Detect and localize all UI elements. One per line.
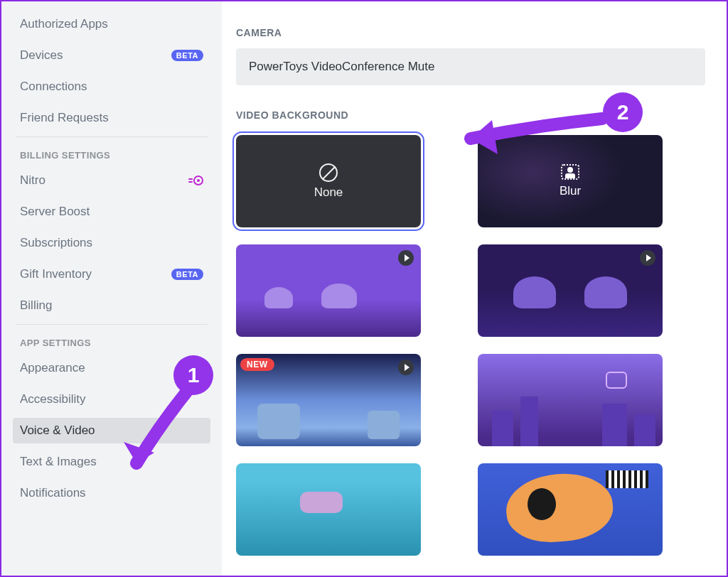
blur-label: Blur — [560, 184, 581, 198]
none-label: None — [314, 185, 343, 200]
beta-badge: BETA — [171, 50, 203, 61]
sidebar-item-devices[interactable]: DevicesBETA — [13, 43, 210, 68]
sidebar-item-friend-requests[interactable]: Friend Requests — [13, 105, 210, 131]
play-icon — [640, 250, 655, 266]
annotation-arrow-1 — [115, 385, 200, 485]
beta-badge: BETA — [171, 269, 203, 280]
annotation-arrow-2 — [442, 112, 613, 161]
billing-settings-header: BILLING SETTINGS — [13, 147, 210, 168]
blur-icon — [561, 164, 579, 180]
svg-point-1 — [197, 179, 200, 182]
bg-option-mushroom-day[interactable] — [236, 244, 421, 337]
nitro-icon — [188, 176, 203, 185]
annotation-marker-1: 1 — [173, 355, 213, 395]
divider — [16, 136, 208, 137]
camera-device-select[interactable]: PowerToys VideoConference Mute — [236, 48, 705, 85]
background-grid: None Blur NEW — [236, 135, 705, 556]
prohibit-icon — [319, 163, 338, 182]
new-badge: NEW — [240, 358, 274, 371]
bg-option-neon-city[interactable] — [478, 354, 663, 446]
bg-option-tropical[interactable] — [236, 463, 421, 556]
app-settings-header: APP SETTINGS — [13, 335, 210, 355]
sidebar-item-server-boost[interactable]: Server Boost — [13, 199, 210, 225]
bg-option-mushroom-night[interactable] — [478, 244, 663, 337]
bg-option-ice-robots[interactable]: NEW — [236, 354, 421, 446]
sidebar-item-connections[interactable]: Connections — [13, 74, 210, 99]
sidebar-item-gift-inventory[interactable]: Gift InventoryBETA — [13, 261, 210, 287]
bg-option-none[interactable]: None — [236, 135, 421, 227]
main-content: CAMERA PowerToys VideoConference Mute VI… — [222, 1, 727, 576]
play-icon — [398, 250, 414, 266]
settings-sidebar: Authorized Apps DevicesBETA Connections … — [1, 1, 222, 576]
sidebar-item-billing[interactable]: Billing — [13, 293, 210, 318]
sidebar-item-nitro[interactable]: Nitro — [13, 168, 210, 193]
sidebar-item-authorized-apps[interactable]: Authorized Apps — [13, 11, 210, 37]
annotation-marker-2: 2 — [603, 92, 643, 132]
bg-option-retro[interactable] — [478, 463, 663, 556]
sidebar-item-subscriptions[interactable]: Subscriptions — [13, 230, 210, 256]
divider — [16, 324, 208, 325]
play-icon — [398, 360, 414, 375]
camera-section-header: CAMERA — [236, 27, 705, 38]
